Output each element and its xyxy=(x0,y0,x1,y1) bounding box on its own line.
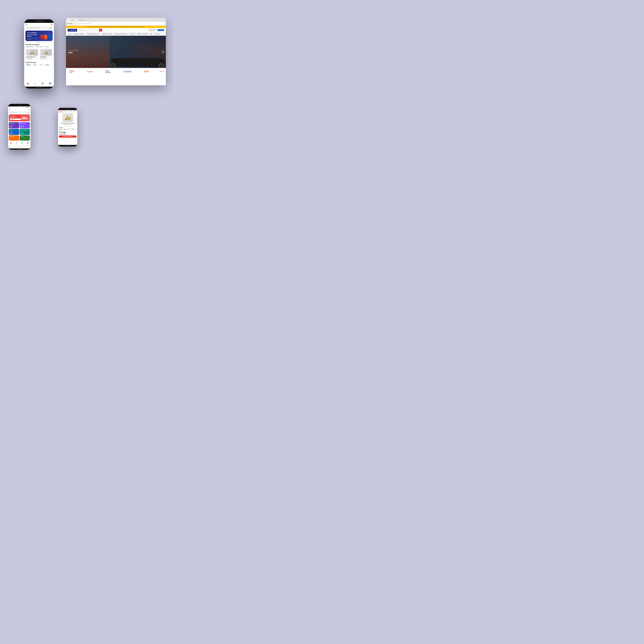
color-grey[interactable] xyxy=(61,132,62,133)
phone2-bell-icon[interactable]: 🔔 xyxy=(51,24,53,25)
time: 9:41 xyxy=(9,107,11,108)
color-charcoal[interactable] xyxy=(64,132,65,133)
menu-returns[interactable]: Returns & Exchanges xyxy=(137,33,148,35)
spec-row: 65 kmph Electric 80 km 1,000 W xyxy=(59,128,74,130)
site-auth[interactable]: Login / SignupMy account ∨ xyxy=(149,29,156,31)
minimize-button[interactable] xyxy=(69,23,70,24)
phone2-profile-icon: 👤 xyxy=(49,82,51,84)
hero-next-button[interactable]: › xyxy=(162,50,165,53)
fullscreen-button[interactable] xyxy=(71,23,72,24)
phone2-topbar: ☰ 🔔 xyxy=(24,23,54,26)
view-all-brands[interactable]: View All xyxy=(160,71,164,72)
recommendation-label: Recommendation xyxy=(59,134,66,135)
site-search-bar[interactable]: 🔍 Search xyxy=(78,29,98,32)
menu-track-order[interactable]: Track Order xyxy=(129,33,136,35)
tab-specs[interactable]: SPECS xyxy=(63,110,68,112)
phone1-banner: RETURN POLICY AVAILABLE ORDER NOW xyxy=(9,114,30,121)
menu-bike-accessories[interactable]: Shop By Bike Accessories xyxy=(86,33,100,35)
menu-car-spares[interactable]: Shop By Car Spares xyxy=(101,33,113,35)
budget-tab-3[interactable]: 2 LAKH xyxy=(44,46,49,47)
new-car-tile[interactable]: New Car xyxy=(9,129,19,135)
phone2-bike-label: Bike xyxy=(34,84,36,85)
nav-used[interactable]: 🔄 Used xyxy=(21,142,23,144)
bike-card-1[interactable]: 🛵 Ampere Magnus Pro ₹ 66,520 onwards 4 (… xyxy=(25,48,39,60)
forward-button[interactable]: › xyxy=(74,23,75,24)
menu-faqs[interactable]: FAQs xyxy=(149,33,153,35)
hero-bike-body xyxy=(111,58,164,66)
bike-card-2[interactable]: 🛵 Ampere REO ₹ 45,520 onwards 4 (1 Revie… xyxy=(39,48,53,60)
budget-tab-2[interactable]: 1 LAKH - 2 LAKH xyxy=(35,46,44,47)
brand-royal-enfield[interactable]: ROYALENFIELD xyxy=(104,70,112,74)
bike-orange xyxy=(44,35,47,39)
brand-suzuki-big[interactable]: S SUZUKI xyxy=(122,70,133,73)
bell-icon[interactable]: 🔔 xyxy=(28,109,30,110)
commercial-tile[interactable]: Commercial xyxy=(9,135,19,141)
phone2-nav-used[interactable]: 🔄 Used xyxy=(41,82,44,85)
phone2-search-input[interactable]: 🔍 Search Two Wheeler 🎤 xyxy=(25,26,53,29)
phone2-banner-bikes xyxy=(38,32,51,39)
brand-world-favourite[interactable]: WORLD'SFAVOURITEINDIAN xyxy=(68,69,76,74)
brand-hero[interactable]: i! Hero xyxy=(86,70,94,73)
close-button[interactable] xyxy=(67,23,68,24)
brand-bajaj[interactable]: BAJAJ xyxy=(33,64,38,66)
site-logo[interactable]: ⚡ BIGTERIC xyxy=(68,29,77,32)
banner-title: RETURN POLICY AVAILABLE xyxy=(10,116,21,118)
site-search-button[interactable]: 🔍 xyxy=(99,29,102,32)
hero-subtitle: Shop Your Favourite xyxy=(68,50,79,51)
new-two-wheeler-icon xyxy=(20,132,24,134)
nav-profile[interactable]: 👤 Profile xyxy=(27,142,28,144)
spare-parts-tile[interactable]: Spare Parts xyxy=(9,122,19,128)
color-options xyxy=(59,132,65,133)
nav-bike[interactable]: 🏍 Bike xyxy=(16,142,17,144)
accessories-label: Accessories xyxy=(20,123,26,124)
hero-bike-visual xyxy=(109,36,166,68)
phone2-mic-icon[interactable]: 🎤 xyxy=(50,27,51,29)
browser-tab-active[interactable]: 🛒 Bigteric xyxy=(67,19,77,21)
brand-ktm[interactable]: KTM xyxy=(143,70,150,73)
nav-car[interactable]: 🚗 Car xyxy=(10,142,12,144)
back-button[interactable]: ‹ xyxy=(73,23,73,24)
phone2-search-icon: 🔍 xyxy=(27,27,28,28)
mic-icon[interactable]: 🎤 xyxy=(28,112,29,113)
car-icon: 🚗 xyxy=(10,142,12,143)
duplicate-tab-button[interactable]: ⧉ xyxy=(81,19,82,21)
tab-price[interactable]: PRICE xyxy=(68,110,72,112)
phone1-search-input[interactable]: 🔍 Search Cars 🎤 xyxy=(9,111,30,114)
keyspec-label: Key Spec xyxy=(59,127,63,128)
menu-home[interactable]: Home xyxy=(68,33,72,35)
phone2-car-label: Car xyxy=(27,85,28,85)
used-car-tile[interactable]: Used Car xyxy=(20,135,30,141)
color-yellow[interactable] xyxy=(59,132,60,133)
phone2-search-placeholder: Search Two Wheeler xyxy=(29,27,39,28)
phone2-hamburger-icon[interactable]: ☰ xyxy=(25,24,27,25)
brands-row: YAMAHA BAJAJ TVS SUZUKI xyxy=(24,64,54,67)
menu-contact[interactable]: Contact Us xyxy=(154,33,161,35)
tab-variants[interactable]: VARIANTS xyxy=(72,110,77,112)
check-offer-price-button[interactable]: CHECK OFFER PRICE xyxy=(59,135,76,138)
spare-parts-label: Spare Parts xyxy=(10,123,15,124)
menu-car-accessories[interactable]: Shop By Car Accessories xyxy=(114,33,128,35)
hamburger-icon[interactable]: ☰ xyxy=(9,109,10,110)
budget-tab-1[interactable]: UNDER 1 LAKH xyxy=(25,46,34,47)
bike-blue xyxy=(47,35,51,39)
brand-suzuki[interactable]: SUZUKI xyxy=(44,64,50,66)
browser-content: Hurry! EXTRA 5% DISCOUNT & Fast Shipping… xyxy=(66,26,166,85)
tab-overview[interactable]: OVERVIEW xyxy=(58,110,63,112)
product-image: 🛵 xyxy=(62,113,73,122)
phone2-nav-profile[interactable]: 👤 Profile xyxy=(49,82,51,85)
brand-tvs[interactable]: TVS xyxy=(38,64,43,66)
menu-bike-spares[interactable]: Shop By Bike Spares xyxy=(73,33,85,35)
phone2-banner: Get CashBackOn Your Crazy Rides. From Lo… xyxy=(25,31,53,41)
phone2-nav-bike[interactable]: 🏍 Bike xyxy=(34,82,36,85)
phone-right-small: OVERVIEW SPECS PRICE VARIANTS 🛵 Ampere M… xyxy=(58,108,77,147)
banner-cta[interactable]: ORDER NOW xyxy=(10,118,21,120)
site-cart[interactable]: 🛒 0 Cart xyxy=(157,29,164,31)
url-bar[interactable]: Search or enter website name xyxy=(76,22,165,25)
search-placeholder: Search Cars xyxy=(11,112,16,113)
phone2-nav-car[interactable]: 🚗 Car xyxy=(27,82,29,85)
brand-yamaha[interactable]: YAMAHA xyxy=(25,64,32,66)
accessories-tile[interactable]: Accessories xyxy=(20,122,30,128)
new-tab-button[interactable]: ＋ xyxy=(78,19,80,21)
color-dark-grey[interactable] xyxy=(62,132,64,133)
new-two-wheeler-tile[interactable]: New Two Wheeler xyxy=(20,129,30,135)
